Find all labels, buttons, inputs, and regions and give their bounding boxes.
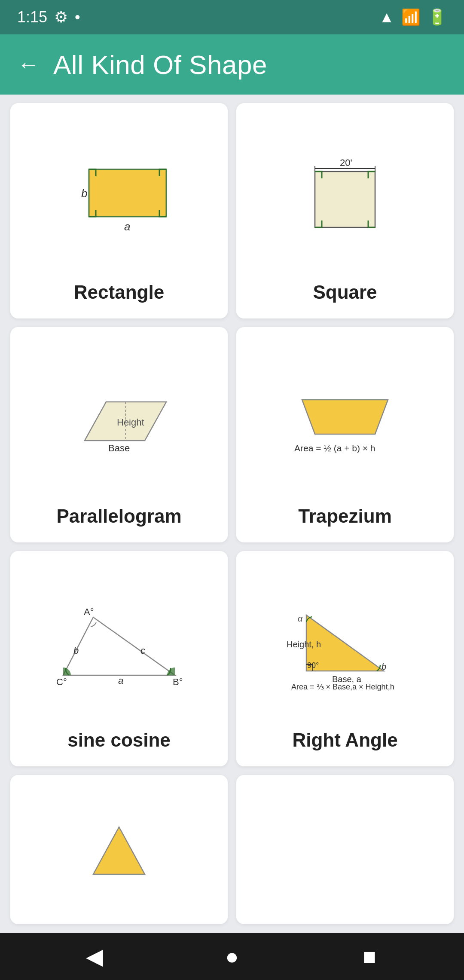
svg-text:20': 20' [340, 157, 352, 168]
svg-rect-7 [315, 172, 375, 227]
card7[interactable] [10, 775, 228, 924]
status-time: 1:15 [17, 8, 47, 26]
right-angle-image: 90° α b Height, h Base, a Area = ⅔ × Bas… [247, 568, 443, 717]
trapezium-image: Area = ½ (a + b) × h [247, 344, 443, 493]
status-right: ▲ 📶 🔋 [379, 8, 447, 26]
rectangle-image: b a [21, 120, 217, 270]
svg-text:b: b [382, 662, 386, 671]
svg-text:c: c [140, 645, 145, 656]
svg-text:α: α [298, 614, 303, 623]
status-left: 1:15 ⚙ • [17, 8, 80, 26]
svg-text:Base: Base [108, 443, 130, 453]
card8-image [247, 792, 443, 909]
svg-text:b: b [81, 187, 87, 200]
sine-cosine-card[interactable]: A° C° B° b c a sine cosine [10, 551, 228, 766]
square-card[interactable]: 20' Square [236, 103, 454, 318]
right-angle-label: Right Angle [292, 729, 397, 751]
svg-text:Height: Height [117, 417, 144, 428]
wifi-icon: ▲ [379, 8, 394, 26]
rectangle-card[interactable]: b a Rectangle [10, 103, 228, 318]
trapezium-card[interactable]: Area = ½ (a + b) × h Trapezium [236, 327, 454, 542]
svg-text:C°: C° [56, 677, 67, 687]
svg-text:B°: B° [173, 677, 183, 687]
parallelogram-card[interactable]: Height Base Parallelogram [10, 327, 228, 542]
card8[interactable] [236, 775, 454, 924]
parallelogram-image: Height Base [21, 344, 217, 493]
signal-icon: 📶 [401, 8, 421, 26]
svg-text:Area = ½ (a + b) × h: Area = ½ (a + b) × h [294, 443, 375, 453]
page-title: All Kind Of Shape [53, 49, 267, 80]
parallelogram-label: Parallelogram [56, 505, 181, 527]
back-button[interactable]: ← [17, 53, 40, 76]
nav-back-button[interactable]: ◀ [77, 939, 112, 974]
sine-cosine-label: sine cosine [67, 729, 171, 751]
trapezium-label: Trapezium [298, 505, 392, 527]
dot-icon: • [75, 8, 80, 26]
svg-marker-28 [93, 827, 145, 874]
rectangle-label: Rectangle [74, 282, 164, 303]
square-image: 20' [247, 120, 443, 270]
settings-icon: ⚙ [54, 8, 68, 26]
bottom-nav: ◀ ● ■ [0, 933, 464, 980]
svg-text:Area = ⅔ × Base,a × Height,h: Area = ⅔ × Base,a × Height,h [291, 683, 394, 691]
square-label: Square [313, 282, 377, 303]
nav-home-button[interactable]: ● [215, 939, 249, 974]
svg-text:b: b [73, 645, 79, 656]
svg-text:A°: A° [84, 606, 94, 617]
svg-marker-12 [302, 400, 388, 434]
right-angle-card[interactable]: 90° α b Height, h Base, a Area = ⅔ × Bas… [236, 551, 454, 766]
svg-text:Height, h: Height, h [287, 640, 321, 649]
card7-image [21, 792, 217, 909]
svg-text:a: a [118, 675, 123, 686]
svg-text:90°: 90° [307, 661, 319, 670]
battery-icon: 🔋 [427, 8, 447, 26]
shapes-grid: b a Rectangle 20' Squa [0, 95, 464, 933]
nav-recents-button[interactable]: ■ [352, 939, 387, 974]
svg-text:a: a [124, 220, 130, 233]
svg-marker-14 [63, 617, 175, 675]
svg-rect-0 [89, 169, 166, 217]
status-bar: 1:15 ⚙ • ▲ 📶 🔋 [0, 0, 464, 34]
sine-cosine-image: A° C° B° b c a [21, 568, 217, 717]
app-bar: ← All Kind Of Shape [0, 34, 464, 95]
